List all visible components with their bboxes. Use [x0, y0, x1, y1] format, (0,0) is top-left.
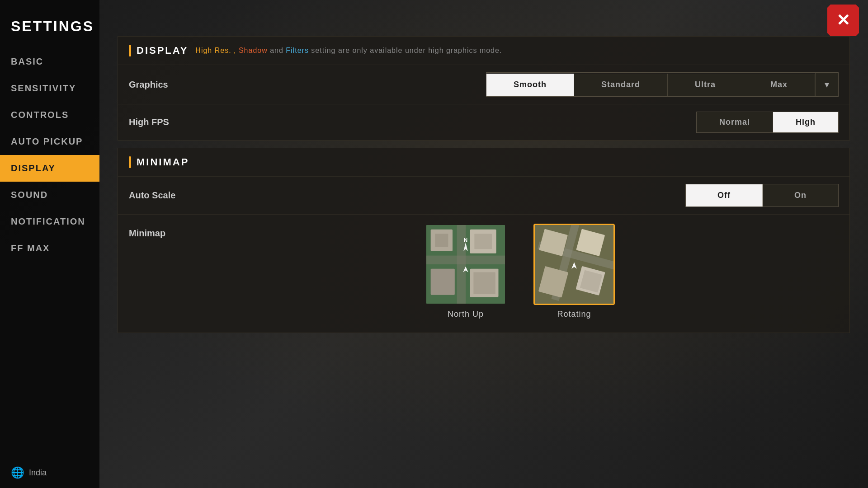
graphics-dropdown-arrow[interactable]: ▾ — [815, 73, 838, 96]
display-accent — [129, 45, 131, 56]
auto-scale-off-btn[interactable]: Off — [686, 184, 763, 206]
minimap-north-up-option[interactable]: N North Up — [425, 224, 506, 319]
fps-toggle-group: Normal High — [696, 112, 839, 133]
subtitle-and: and — [268, 47, 286, 54]
high-fps-label: High FPS — [129, 117, 696, 127]
svg-rect-9 — [473, 272, 495, 294]
subtitle-high-res: High Res. , — [195, 47, 239, 54]
graphics-max-btn[interactable]: Max — [743, 74, 815, 96]
region-label: India — [29, 468, 47, 478]
minimap-north-up-svg: N — [426, 225, 505, 304]
minimap-rotating-thumbnail — [533, 224, 615, 305]
minimap-section-header: MINIMAP — [118, 148, 849, 176]
fps-normal-btn[interactable]: Normal — [697, 112, 773, 132]
settings-title: SETTINGS — [0, 9, 99, 48]
display-section: DISPLAY High Res. , Shadow and Filters s… — [118, 36, 850, 141]
minimap-label: Minimap — [129, 224, 183, 239]
sidebar-item-display[interactable]: DISPLAY — [0, 155, 99, 182]
sidebar-item-auto-pickup[interactable]: AUTO PICKUP — [0, 128, 99, 155]
graphics-ultra-btn[interactable]: Ultra — [668, 74, 743, 96]
minimap-section-title: MINIMAP — [137, 156, 189, 168]
subtitle-filters: Filters — [286, 47, 309, 54]
display-section-header: DISPLAY High Res. , Shadow and Filters s… — [118, 37, 849, 65]
sidebar-item-ff-max[interactable]: FF MAX — [0, 235, 99, 262]
globe-icon: 🌐 — [11, 466, 24, 479]
minimap-options-row: Minimap — [118, 214, 849, 333]
auto-scale-on-btn[interactable]: On — [763, 184, 838, 206]
sidebar-item-controls[interactable]: CONTROLS — [0, 102, 99, 128]
minimap-choices: N North Up — [201, 224, 839, 319]
sidebar: SETTINGS BASIC SENSITIVITY CONTROLS AUTO… — [0, 0, 99, 488]
graphics-smooth-btn[interactable]: Smooth — [486, 74, 574, 96]
minimap-north-up-thumbnail: N — [425, 224, 506, 305]
graphics-label: Graphics — [129, 80, 486, 90]
minimap-rotating-svg — [535, 225, 613, 304]
display-section-subtitle: High Res. , Shadow and Filters setting a… — [195, 47, 502, 55]
sidebar-item-basic[interactable]: BASIC — [0, 48, 99, 75]
minimap-rotating-caption: Rotating — [557, 310, 591, 319]
main-content: DISPLAY High Res. , Shadow and Filters s… — [118, 36, 850, 340]
graphics-standard-btn[interactable]: Standard — [574, 74, 668, 96]
graphics-row: Graphics Smooth Standard Ultra Max ▾ — [118, 65, 849, 104]
fps-high-btn[interactable]: High — [773, 112, 838, 132]
svg-rect-7 — [431, 269, 455, 295]
minimap-rotating-option[interactable]: Rotating — [533, 224, 615, 319]
auto-scale-label: Auto Scale — [129, 190, 685, 201]
sidebar-footer: 🌐 India — [0, 457, 99, 488]
minimap-accent — [129, 156, 131, 168]
svg-rect-4 — [435, 234, 448, 247]
minimap-north-up-caption: North Up — [448, 310, 484, 319]
sidebar-nav: BASIC SENSITIVITY CONTROLS AUTO PICKUP D… — [0, 48, 99, 457]
sidebar-item-sensitivity[interactable]: SENSITIVITY — [0, 75, 99, 102]
subtitle-shadow: Shadow — [239, 47, 268, 54]
high-fps-row: High FPS Normal High — [118, 104, 849, 140]
sidebar-item-sound[interactable]: SOUND — [0, 182, 99, 208]
svg-text:N: N — [464, 237, 467, 243]
svg-rect-2 — [426, 256, 505, 264]
graphics-toggle-group: Smooth Standard Ultra Max ▾ — [486, 72, 839, 97]
auto-scale-row: Auto Scale Off On — [118, 176, 849, 214]
svg-rect-6 — [474, 234, 492, 249]
sidebar-item-notification[interactable]: NOTIFICATION — [0, 208, 99, 235]
minimap-section: MINIMAP Auto Scale Off On Minimap — [118, 148, 850, 333]
close-button[interactable]: ✕ — [827, 5, 859, 36]
display-section-title: DISPLAY — [137, 45, 188, 56]
subtitle-rest: setting are only available under high gr… — [309, 47, 502, 54]
auto-scale-toggle-group: Off On — [685, 184, 839, 207]
